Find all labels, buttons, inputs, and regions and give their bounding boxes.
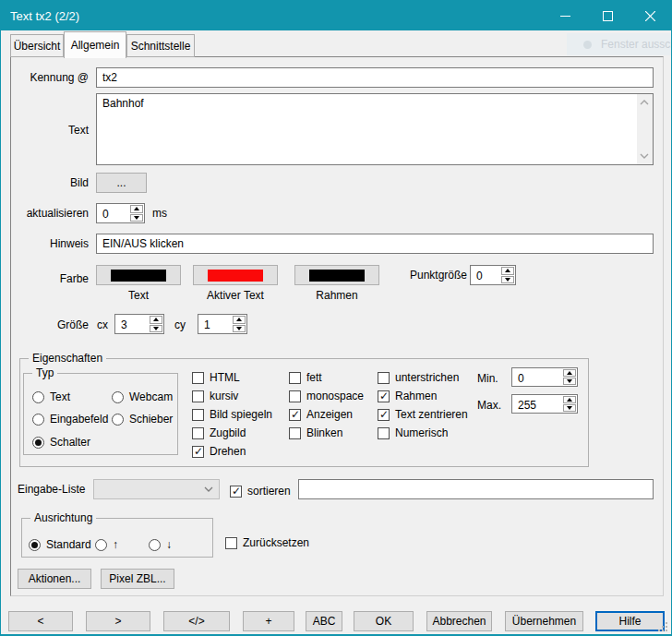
tab-schnittstelle[interactable]: Schnittstelle: [126, 34, 195, 57]
checkbox-blinken[interactable]: Blinken: [289, 424, 364, 442]
ausrichtung-radio-↑[interactable]: ↑: [95, 537, 118, 552]
checkbox-label: unterstrichen: [395, 371, 459, 384]
spin-up-icon[interactable]: [130, 205, 143, 213]
chevron-down-icon: [204, 486, 213, 492]
bottom-button-[interactable]: </>: [163, 611, 230, 631]
punktgroesse-value: 0: [471, 266, 500, 284]
spin-down-icon[interactable]: [501, 276, 514, 284]
cy-spinner[interactable]: 1: [198, 314, 247, 334]
farbe-button-aktiver-text[interactable]: [193, 265, 278, 285]
eingabe-liste-input[interactable]: [298, 479, 654, 499]
checkbox-drehen[interactable]: Drehen: [192, 442, 272, 461]
farbe-button-rahmen[interactable]: [294, 265, 379, 285]
max-spinner[interactable]: 255: [511, 394, 578, 414]
bottom-button-[interactable]: +: [243, 611, 294, 631]
radio-label: Text: [50, 390, 70, 403]
checkbox-icon: [289, 427, 301, 439]
checkbox-rahmen[interactable]: Rahmen: [378, 387, 468, 405]
spin-up-icon[interactable]: [150, 316, 162, 324]
ms-unit-label: ms: [152, 207, 167, 220]
sortieren-checkbox[interactable]: sortieren: [230, 482, 291, 500]
typ-radio-schieber[interactable]: Schieber: [112, 412, 173, 426]
checkbox-label: HTML: [210, 371, 240, 384]
checkbox-kursiv[interactable]: kursiv: [192, 387, 272, 405]
typ-radio-webcam[interactable]: Webcam: [112, 390, 173, 404]
checkbox-icon: [378, 372, 390, 384]
color-chip: [309, 270, 365, 282]
checkbox-anzeigen[interactable]: Anzeigen: [289, 405, 364, 424]
typ-groupbox: Typ TextWebcamEingabefeldSchieberSchalte…: [23, 373, 178, 455]
pixel-zbl-button[interactable]: Pixel ZBL...: [101, 569, 174, 589]
spin-up-icon[interactable]: [233, 316, 246, 324]
checkbox-text-zentrieren[interactable]: Text zentrieren: [378, 405, 468, 424]
radio-icon: [29, 539, 41, 551]
spin-down-icon[interactable]: [233, 325, 246, 333]
checkbox-fett[interactable]: fett: [289, 368, 364, 387]
typ-radio-schalter[interactable]: Schalter: [32, 435, 90, 450]
cy-value: 1: [198, 315, 232, 333]
aktualisieren-spinner[interactable]: 0: [96, 203, 145, 223]
radio-icon: [32, 437, 44, 449]
checkbox-label: Bild spiegeln: [210, 408, 272, 421]
checkbox-monospace[interactable]: monospace: [289, 387, 364, 405]
farbe-swatch-label: Text: [96, 289, 181, 302]
text-textarea[interactable]: Bahnhof: [96, 93, 654, 165]
groesse-label: Größe: [16, 318, 89, 331]
spin-up-icon[interactable]: [501, 267, 514, 275]
checkbox-bild-spiegeln[interactable]: Bild spiegeln: [192, 405, 272, 424]
maximize-button[interactable]: [586, 1, 629, 30]
punktgroesse-label: Punktgröße: [410, 269, 467, 282]
bottom-button-abbrechen[interactable]: Abbrechen: [426, 611, 492, 631]
spin-down-icon[interactable]: [563, 378, 576, 385]
bottom-button-bernehmen[interactable]: Übernehmen: [505, 611, 583, 631]
checkbox-label: Numerisch: [395, 426, 448, 439]
checkbox-numerisch[interactable]: Numerisch: [378, 424, 468, 442]
checkbox-icon: [289, 409, 301, 421]
bild-browse-button[interactable]: ...: [96, 173, 147, 193]
bottom-button-ok[interactable]: OK: [354, 611, 414, 631]
fenster-ausschneiden-button[interactable]: Fenster ausschn: [567, 33, 672, 55]
typ-radio-eingabefeld[interactable]: Eingabefeld: [32, 412, 108, 426]
spin-up-icon[interactable]: [563, 396, 576, 403]
bottom-button-hilfe[interactable]: Hilfe: [595, 611, 665, 631]
ausrichtung-radio-↓[interactable]: ↓: [149, 537, 172, 552]
spin-up-icon[interactable]: [563, 369, 576, 377]
bottom-button-abc[interactable]: ABC: [306, 611, 342, 631]
spin-down-icon[interactable]: [150, 325, 162, 333]
bottom-button-[interactable]: >: [86, 611, 150, 631]
checkbox-icon: [192, 446, 204, 458]
bottom-button-[interactable]: <: [8, 611, 73, 631]
eigenschaften-title: Eigenschaften: [29, 352, 106, 365]
close-button[interactable]: [629, 1, 671, 30]
ausrichtung-radio-standard[interactable]: Standard: [29, 537, 91, 552]
farbe-swatch-label: Rahmen: [294, 289, 379, 302]
checkbox-unterstrichen[interactable]: unterstrichen: [378, 368, 468, 387]
textarea-scrollbar[interactable]: [637, 94, 653, 164]
radio-icon: [112, 414, 124, 426]
close-icon: [645, 11, 655, 21]
spin-down-icon[interactable]: [130, 214, 143, 222]
punktgroesse-spinner[interactable]: 0: [470, 265, 516, 285]
spin-down-icon[interactable]: [563, 404, 576, 412]
cx-spinner[interactable]: 3: [114, 314, 164, 334]
tab-übersicht[interactable]: Übersicht: [10, 34, 64, 57]
min-spinner[interactable]: 0: [511, 367, 578, 387]
checkbox-icon: [230, 486, 242, 498]
checkbox-zugbild[interactable]: Zugbild: [192, 424, 272, 442]
checkbox-icon: [192, 390, 204, 402]
hinweis-input[interactable]: [96, 234, 654, 254]
cx-value: 3: [115, 315, 149, 333]
max-value: 255: [512, 395, 562, 413]
window-title: Text tx2 (2/2): [10, 9, 79, 23]
eingabe-liste-dropdown[interactable]: [93, 479, 220, 499]
farbe-button-text[interactable]: [96, 265, 181, 285]
kennung-input[interactable]: [96, 67, 654, 88]
titlebar: Text tx2 (2/2): [1, 1, 671, 30]
minimize-button[interactable]: [544, 1, 586, 30]
zuruecksetzen-checkbox[interactable]: Zurücksetzen: [225, 534, 309, 552]
resize-grip[interactable]: [666, 630, 667, 631]
checkbox-html[interactable]: HTML: [192, 368, 272, 387]
typ-radio-text[interactable]: Text: [32, 390, 70, 404]
tab-allgemein[interactable]: Allgemein: [64, 31, 126, 58]
aktionen-button[interactable]: Aktionen...: [18, 569, 91, 589]
